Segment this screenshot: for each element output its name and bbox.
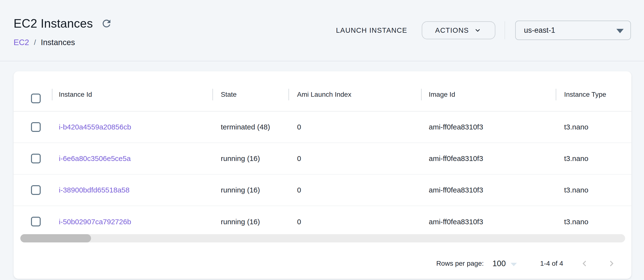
table-row: i-6e6a80c3506e5ce5a running (16) 0 ami-f… <box>14 143 632 175</box>
image-id-cell: ami-ff0fea8310f3 <box>429 154 483 163</box>
page: { "header": { "title": "EC2 Instances", … <box>0 0 644 280</box>
header-divider <box>504 21 505 39</box>
table-header-row: Instance Id State Ami Launch Index Image… <box>14 71 632 112</box>
refresh-button[interactable] <box>100 17 113 30</box>
image-id-cell: ami-ff0fea8310f3 <box>429 186 483 194</box>
horizontal-scrollbar-thumb[interactable] <box>20 234 91 242</box>
instance-id-link[interactable]: i-b420a4559a20856cb <box>59 123 131 131</box>
instance-id-link[interactable]: i-50b02907ca792726b <box>59 218 131 226</box>
ami-launch-index-cell: 0 <box>297 186 301 194</box>
row-checkbox[interactable] <box>31 122 41 132</box>
launch-instance-button[interactable]: LAUNCH INSTANCE <box>334 23 409 38</box>
table-row: i-50b02907ca792726b running (16) 0 ami-f… <box>14 206 632 237</box>
actions-button[interactable]: ACTIONS <box>422 21 495 39</box>
row-checkbox[interactable] <box>31 217 41 226</box>
column-header-instance-type[interactable]: Instance Type <box>564 91 606 98</box>
region-select[interactable]: us-east-1 <box>515 21 631 40</box>
column-header-ami-launch-index[interactable]: Ami Launch Index <box>297 91 351 98</box>
table-row: i-38900bdfd65518a58 running (16) 0 ami-f… <box>14 175 632 206</box>
chevron-down-icon <box>473 26 482 35</box>
row-checkbox[interactable] <box>31 185 41 195</box>
instance-id-link[interactable]: i-38900bdfd65518a58 <box>59 186 130 194</box>
header-actions: LAUNCH INSTANCE ACTIONS us-east-1 <box>334 21 631 40</box>
rows-per-page-label: Rows per page: <box>436 260 484 267</box>
column-header-image-id[interactable]: Image Id <box>429 91 455 98</box>
image-id-cell: ami-ff0fea8310f3 <box>429 218 483 226</box>
chevron-right-icon <box>606 258 617 269</box>
horizontal-scrollbar-track[interactable] <box>20 234 625 242</box>
rows-per-page-value: 100 <box>492 259 506 268</box>
state-cell: running (16) <box>221 154 260 163</box>
column-separator <box>212 89 213 100</box>
chevron-left-icon <box>579 258 590 269</box>
actions-button-label: ACTIONS <box>435 27 469 35</box>
breadcrumb-current: Instances <box>41 38 75 47</box>
page-header: EC2 Instances EC2 / Instances LAUNCH INS… <box>0 0 644 61</box>
next-page-button[interactable] <box>606 258 617 269</box>
column-separator <box>288 89 289 100</box>
ami-launch-index-cell: 0 <box>297 154 301 163</box>
previous-page-button[interactable] <box>579 258 590 269</box>
column-separator <box>52 89 52 100</box>
refresh-icon <box>101 18 112 29</box>
column-header-state[interactable]: State <box>221 91 236 98</box>
column-separator <box>556 89 556 100</box>
instance-type-cell: t3.nano <box>564 123 588 131</box>
table-body: i-b420a4559a20856cb terminated (48) 0 am… <box>14 112 632 237</box>
breadcrumb: EC2 / Instances <box>14 38 75 47</box>
rows-per-page-select[interactable]: 100 <box>492 259 517 268</box>
breadcrumb-separator: / <box>34 38 36 47</box>
pagination: Rows per page: 100 1-4 of 4 <box>436 255 617 272</box>
column-separator <box>421 89 422 100</box>
instances-table-card: Instance Id State Ami Launch Index Image… <box>14 71 632 279</box>
ami-launch-index-cell: 0 <box>297 123 301 131</box>
breadcrumb-link-ec2[interactable]: EC2 <box>14 38 29 47</box>
column-header-instance-id[interactable]: Instance Id <box>59 91 92 98</box>
instance-type-cell: t3.nano <box>564 218 588 226</box>
state-cell: running (16) <box>221 186 260 194</box>
caret-down-icon <box>510 263 517 266</box>
pagination-range: 1-4 of 4 <box>540 260 563 267</box>
instance-type-cell: t3.nano <box>564 186 588 194</box>
state-cell: terminated (48) <box>221 123 270 131</box>
page-title: EC2 Instances <box>14 17 93 31</box>
caret-down-icon <box>616 29 624 33</box>
row-checkbox[interactable] <box>31 154 41 163</box>
instance-id-link[interactable]: i-6e6a80c3506e5ce5a <box>59 154 131 163</box>
state-cell: running (16) <box>221 218 260 226</box>
region-select-value: us-east-1 <box>524 26 555 35</box>
table-row: i-b420a4559a20856cb terminated (48) 0 am… <box>14 112 632 143</box>
instance-type-cell: t3.nano <box>564 154 588 163</box>
image-id-cell: ami-ff0fea8310f3 <box>429 123 483 131</box>
ami-launch-index-cell: 0 <box>297 218 301 226</box>
select-all-checkbox[interactable] <box>31 94 41 103</box>
